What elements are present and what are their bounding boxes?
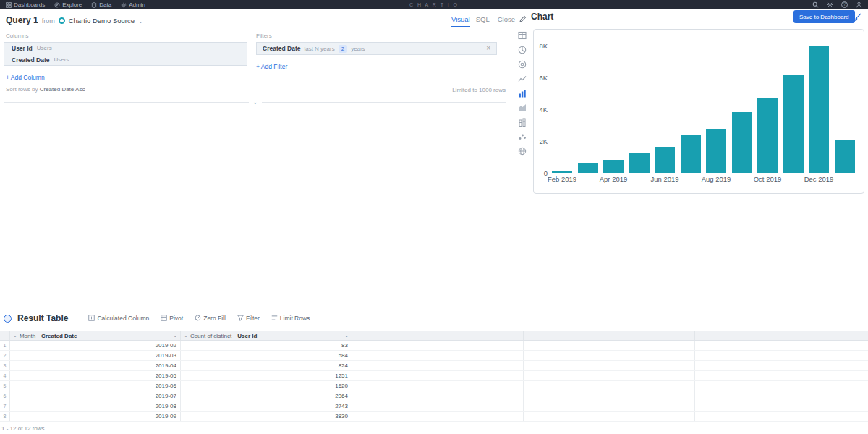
close-button[interactable]: Close bbox=[498, 15, 515, 23]
nav-item-dashboards[interactable]: Dashboards bbox=[6, 1, 45, 8]
table-row: 72019-082743 bbox=[0, 401, 868, 412]
table-body: 12019-028322019-0358432019-0482442019-05… bbox=[0, 341, 868, 422]
limit-rows-button[interactable]: Limit Rows bbox=[271, 315, 310, 323]
tool-label: Limit Rows bbox=[280, 315, 310, 322]
column-item-user-id[interactable]: User Id Users bbox=[4, 42, 247, 54]
tab-visual[interactable]: Visual bbox=[451, 15, 470, 27]
table-row: 32019-04824 bbox=[0, 361, 868, 371]
aggregation-label[interactable]: Count of distinct bbox=[190, 333, 231, 339]
x-axis-label: Oct 2019 bbox=[754, 175, 782, 183]
nav-item-explore[interactable]: Explore bbox=[54, 1, 82, 8]
nav-item-data[interactable]: Data bbox=[91, 1, 111, 8]
filter-button[interactable]: Filter bbox=[237, 315, 260, 323]
pivot-button[interactable]: Pivot bbox=[161, 315, 183, 323]
nav-label: Admin bbox=[129, 1, 145, 8]
stacked-bar-icon[interactable] bbox=[518, 117, 527, 127]
y-axis-label: 0 bbox=[534, 169, 548, 177]
user-icon[interactable] bbox=[856, 1, 862, 8]
bar-chart-icon[interactable] bbox=[518, 88, 527, 98]
row-number: 2 bbox=[0, 351, 10, 360]
cell-user-count: 1620 bbox=[181, 381, 352, 391]
area-chart-icon[interactable] bbox=[518, 103, 527, 112]
column-item-created-date[interactable]: Created Date Users bbox=[4, 54, 247, 66]
line-chart-icon[interactable] bbox=[518, 74, 527, 83]
collapse-query-chevron-icon[interactable]: ⌄ bbox=[249, 98, 262, 106]
header-user-id[interactable]: ⌄ Count of distinct User Id ⌄ bbox=[181, 331, 352, 340]
chevron-down-icon[interactable]: ⌄ bbox=[138, 19, 143, 25]
cell-empty bbox=[352, 401, 524, 411]
map-icon[interactable] bbox=[518, 146, 527, 156]
row-number: 5 bbox=[0, 381, 10, 391]
cell-empty bbox=[352, 341, 524, 350]
tool-label: Calculated Column bbox=[97, 315, 149, 322]
data-source-selector[interactable]: Chartio Demo Source bbox=[69, 17, 135, 25]
calculated-column-button[interactable]: Calculated Column bbox=[88, 315, 149, 323]
scatter-plot-icon[interactable] bbox=[518, 132, 527, 141]
query-title: Query 1 bbox=[6, 15, 38, 25]
chart-bar-2019-05 bbox=[629, 153, 650, 174]
add-column-button[interactable]: + Add Column bbox=[6, 74, 45, 81]
cell-created-date: 2019-08 bbox=[10, 401, 181, 411]
remove-filter-icon[interactable]: × bbox=[486, 45, 490, 52]
filter-condition: last N years bbox=[304, 46, 334, 52]
add-filter-button[interactable]: + Add Filter bbox=[256, 63, 287, 70]
cell-empty bbox=[524, 391, 695, 401]
paintbrush-icon[interactable] bbox=[853, 12, 861, 25]
cell-empty bbox=[352, 371, 524, 380]
header-gutter bbox=[0, 331, 10, 340]
column-menu-icon[interactable]: ⌄ bbox=[344, 333, 349, 339]
filter-unit: years bbox=[351, 46, 365, 52]
table-row: 12019-0283 bbox=[0, 341, 868, 351]
x-axis-label: Dec 2019 bbox=[804, 175, 834, 183]
y-axis: 02K4K6K8K bbox=[534, 30, 548, 173]
cell-created-date: 2019-06 bbox=[10, 381, 181, 391]
chevron-down-icon[interactable]: ⌄ bbox=[184, 333, 188, 339]
filter-value-input[interactable]: 2 bbox=[339, 45, 347, 53]
cell-empty bbox=[524, 341, 695, 350]
edit-chart-icon[interactable] bbox=[519, 13, 527, 26]
tool-label: Zero Fill bbox=[203, 315, 226, 322]
tool-label: Filter bbox=[246, 315, 260, 322]
filter-item-created-date[interactable]: Created Date last N years 2 years × bbox=[256, 42, 497, 55]
tab-sql[interactable]: SQL bbox=[476, 15, 490, 26]
column-header-label: User Id bbox=[234, 333, 257, 339]
table-row: 82019-093830 bbox=[0, 412, 868, 422]
cell-empty bbox=[352, 361, 524, 370]
help-icon[interactable]: ? bbox=[841, 1, 848, 8]
compass-icon bbox=[54, 2, 60, 8]
zero-fill-icon bbox=[195, 315, 201, 323]
pie-chart-icon[interactable] bbox=[518, 45, 527, 54]
result-table-header: Result Table Calculated Column Pivot Zer… bbox=[4, 313, 310, 323]
limit-rows-icon bbox=[271, 315, 278, 323]
donut-chart-icon[interactable] bbox=[518, 59, 527, 69]
table-icon[interactable] bbox=[518, 30, 527, 40]
chart-bar-2019-02 bbox=[552, 171, 572, 173]
search-icon[interactable] bbox=[812, 1, 819, 8]
column-name: User Id bbox=[12, 45, 33, 52]
cell-user-count: 3830 bbox=[181, 412, 352, 421]
sort-value-dropdown[interactable]: Created Date Asc bbox=[40, 86, 85, 93]
row-count-status: 1 - 12 of 12 rows bbox=[1, 425, 45, 432]
cell-empty bbox=[695, 401, 868, 411]
zero-fill-button[interactable]: Zero Fill bbox=[195, 315, 226, 323]
chart-panel-title: Chart bbox=[531, 12, 553, 22]
aggregation-label[interactable]: Month bbox=[20, 333, 35, 339]
pivot-icon bbox=[161, 315, 167, 323]
cell-user-count: 1251 bbox=[181, 371, 352, 380]
cell-created-date: 2019-03 bbox=[10, 351, 181, 360]
settings-icon[interactable] bbox=[827, 1, 833, 8]
bar-chart: 02K4K6K8K Feb 2019Apr 2019Jun 2019Aug 20… bbox=[534, 30, 864, 193]
cell-empty bbox=[695, 412, 868, 421]
nav-item-admin[interactable]: Admin bbox=[121, 1, 145, 8]
chart-panel: 02K4K6K8K Feb 2019Apr 2019Jun 2019Aug 20… bbox=[533, 29, 864, 194]
save-to-dashboard-button[interactable]: Save to Dashboard bbox=[793, 10, 855, 23]
cell-empty bbox=[352, 412, 524, 421]
columns-list: User Id Users Created Date Users bbox=[4, 42, 247, 66]
navbar-right: ? bbox=[812, 1, 862, 8]
chart-bar-2019-10 bbox=[757, 98, 778, 173]
table-row: 52019-061620 bbox=[0, 381, 868, 391]
column-menu-icon[interactable]: ⌄ bbox=[173, 333, 177, 339]
cell-created-date: 2019-05 bbox=[10, 371, 181, 380]
chevron-down-icon[interactable]: ⌄ bbox=[13, 333, 17, 339]
header-created-date[interactable]: ⌄ Month Created Date ⌄ bbox=[10, 331, 181, 340]
